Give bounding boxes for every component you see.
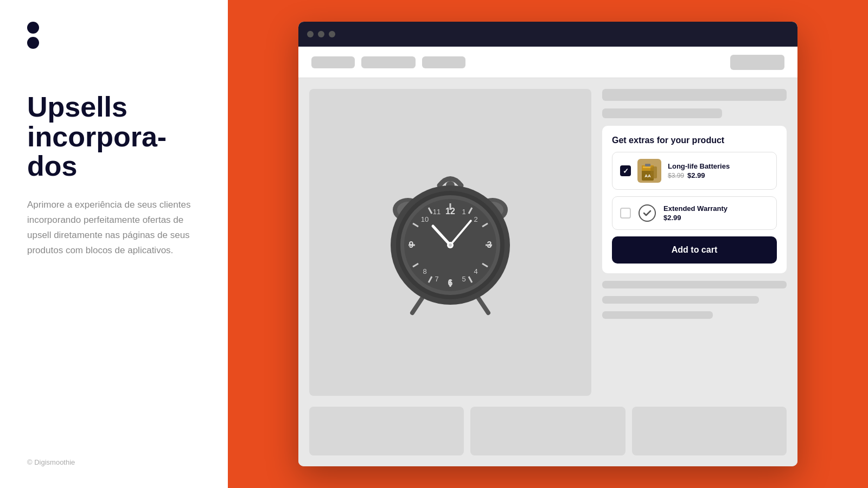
svg-text:3: 3 [487,240,492,249]
warranty-price-value: $2.99 [663,214,681,222]
warranty-name: Extended Warranty [663,204,769,213]
skeleton-line-1 [602,281,787,288]
svg-point-45 [639,205,655,221]
upsell-section-title: Get extras for your product [612,136,777,145]
logo-dot-top [27,22,39,34]
svg-rect-41 [645,164,650,166]
svg-text:12: 12 [445,207,455,216]
svg-point-38 [449,243,452,247]
logo-dot-bottom [27,37,39,49]
svg-text:7: 7 [435,275,438,283]
upsell-item-batteries[interactable]: AA Long-life Batteries $3.99 $2.99 [612,152,777,190]
batteries-info: Long-life Batteries $3.99 $2.99 [668,162,769,179]
nav-pill-3 [422,56,465,68]
warranty-icon [637,203,657,223]
batteries-checkbox[interactable] [620,165,631,176]
clock-image: 12 3 6 9 2 10 4 8 1 11 5 7 [347,134,553,351]
svg-text:5: 5 [462,275,465,283]
svg-text:4: 4 [474,267,477,275]
shop-main: 12 3 6 9 2 10 4 8 1 11 5 7 [298,78,797,407]
browser-mockup: 12 3 6 9 2 10 4 8 1 11 5 7 [298,22,797,466]
browser-bar [298,22,797,47]
description-text: Aprimore a experiência de seus clientes … [27,197,201,258]
svg-text:10: 10 [421,215,429,223]
left-panel: Upsells incorpora- dos Aprimore a experi… [0,0,228,488]
warranty-checkbox[interactable] [620,208,631,219]
bottom-card-1 [309,407,464,455]
upsell-item-warranty[interactable]: Extended Warranty $2.99 [612,196,777,230]
batteries-image: AA [637,159,661,183]
svg-line-1 [477,297,488,313]
logo [27,22,201,49]
browser-dot-3 [329,31,335,37]
skeleton-subtitle [602,108,722,118]
add-to-cart-button[interactable]: Add to cart [612,236,777,264]
warranty-price: $2.99 [663,214,769,222]
batteries-price: $3.99 $2.99 [668,171,769,179]
svg-text:6: 6 [448,278,453,287]
skeleton-line-2 [602,296,759,304]
browser-dot-2 [318,31,324,37]
right-panel: 12 3 6 9 2 10 4 8 1 11 5 7 [228,0,868,488]
svg-text:AA: AA [644,174,651,178]
browser-dot-1 [307,31,314,37]
svg-text:1: 1 [462,208,465,216]
product-image-area: 12 3 6 9 2 10 4 8 1 11 5 7 [309,89,591,396]
svg-text:2: 2 [474,215,477,223]
page-title: Upsells incorpora- dos [27,92,201,181]
copyright-text: © Digismoothie [27,458,201,466]
product-info-panel: Get extras for your product [602,89,787,396]
batteries-old-price: $3.99 [668,172,684,179]
svg-line-0 [412,297,423,313]
nav-button[interactable] [730,55,784,70]
left-content: Upsells incorpora- dos Aprimore a experi… [27,92,201,458]
svg-text:11: 11 [433,208,441,216]
batteries-name: Long-life Batteries [668,162,769,170]
nav-pill-2 [361,56,416,68]
nav-pill-1 [311,56,355,68]
warranty-info: Extended Warranty $2.99 [663,204,769,222]
shop-bottom [298,407,797,466]
bottom-card-3 [632,407,787,455]
batteries-new-price: $2.99 [687,171,705,179]
bottom-card-2 [470,407,625,455]
svg-rect-44 [650,166,657,178]
upsell-section: Get extras for your product [602,126,787,273]
svg-text:8: 8 [423,267,426,275]
browser-content: 12 3 6 9 2 10 4 8 1 11 5 7 [298,47,797,466]
shop-nav [298,47,797,78]
svg-text:9: 9 [409,240,414,249]
skeleton-line-3 [602,311,713,319]
skeleton-title [602,89,787,101]
